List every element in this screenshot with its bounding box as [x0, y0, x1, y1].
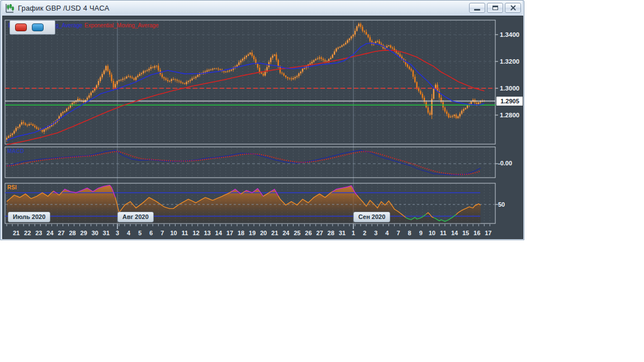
- ema-lines: [7, 43, 484, 145]
- titlebar[interactable]: График GBP /USD 4 ЧАСА: [2, 1, 522, 16]
- rsi-value: 50: [498, 201, 505, 208]
- current-price-box: 1.2905: [496, 97, 523, 106]
- svg-text:31: 31: [339, 230, 345, 236]
- svg-text:17: 17: [226, 230, 233, 236]
- svg-text:5: 5: [138, 230, 141, 236]
- chart-canvas[interactable]: 1.34001.32001.30001.28002122232427282930…: [3, 16, 523, 239]
- svg-text:1.3400: 1.3400: [500, 31, 519, 38]
- month-marker: Авг 2020: [117, 212, 154, 222]
- svg-text:21: 21: [271, 230, 278, 236]
- macd-panel: [6, 150, 495, 175]
- svg-text:15: 15: [462, 230, 469, 236]
- minimize-icon: [474, 9, 480, 11]
- svg-text:8: 8: [408, 230, 411, 236]
- macd-panel-label: MACD: [7, 148, 24, 154]
- svg-text:20: 20: [260, 230, 267, 236]
- macd-signal-line: [7, 151, 481, 174]
- chart-content: 1.34001.32001.30001.28002122232427282930…: [2, 16, 523, 239]
- svg-text:22: 22: [24, 230, 31, 236]
- svg-text:27: 27: [316, 230, 323, 236]
- svg-text:23: 23: [35, 230, 42, 236]
- svg-text:17: 17: [485, 230, 491, 236]
- maximize-icon: [493, 6, 498, 10]
- svg-text:19: 19: [249, 230, 255, 236]
- svg-text:25: 25: [293, 230, 300, 236]
- red-indicator-button[interactable]: [15, 23, 27, 31]
- macd-value: -0.00: [498, 160, 512, 166]
- svg-text:16: 16: [473, 230, 480, 236]
- svg-text:11: 11: [440, 230, 447, 236]
- ema-slow-line: [7, 50, 484, 145]
- svg-text:1.3200: 1.3200: [500, 58, 519, 65]
- svg-text:7: 7: [160, 230, 164, 236]
- chart-window: График GBP /USD 4 ЧАСА 1.34001.32001.300…: [0, 0, 524, 240]
- svg-text:10: 10: [429, 230, 435, 236]
- svg-text:3: 3: [374, 230, 377, 236]
- svg-text:29: 29: [80, 230, 87, 236]
- svg-text:4: 4: [127, 230, 131, 236]
- svg-text:24: 24: [282, 230, 290, 236]
- macd-line: [7, 150, 481, 175]
- maximize-button[interactable]: [487, 3, 503, 13]
- price-axis: 1.34001.32001.30001.2800: [495, 31, 519, 204]
- minimize-button[interactable]: [469, 3, 485, 13]
- svg-text:31: 31: [103, 230, 110, 236]
- svg-text:9: 9: [419, 230, 423, 236]
- svg-text:11: 11: [182, 230, 188, 236]
- svg-text:10: 10: [170, 230, 177, 236]
- svg-text:13: 13: [204, 230, 211, 236]
- candlestick-chart-icon: [4, 3, 15, 13]
- close-icon: [510, 5, 517, 11]
- svg-text:7: 7: [396, 230, 400, 236]
- price-levels: [5, 88, 495, 105]
- time-axis: 2122232427282930313456710111213141718192…: [7, 224, 491, 236]
- svg-text:14: 14: [451, 230, 458, 236]
- rsi-panel: [5, 185, 495, 223]
- svg-text:14: 14: [215, 230, 222, 236]
- svg-text:27: 27: [58, 230, 64, 236]
- month-marker: Сен 2020: [353, 212, 390, 222]
- svg-text:1.2800: 1.2800: [500, 112, 519, 118]
- svg-text:28: 28: [328, 230, 334, 236]
- blue-indicator-button[interactable]: [32, 23, 44, 31]
- close-button[interactable]: [505, 3, 521, 13]
- window-controls: [469, 3, 521, 13]
- indicator-toolbar: [10, 20, 55, 35]
- svg-text:28: 28: [69, 230, 75, 236]
- svg-text:1: 1: [352, 230, 355, 236]
- svg-text:21: 21: [13, 230, 20, 236]
- svg-text:1.3000: 1.3000: [500, 85, 519, 92]
- ema-fast-line: [7, 43, 484, 140]
- svg-text:18: 18: [238, 230, 244, 236]
- month-marker: Июль 2020: [8, 212, 50, 222]
- svg-text:30: 30: [92, 230, 98, 236]
- svg-text:26: 26: [305, 230, 312, 236]
- svg-text:3: 3: [116, 230, 119, 236]
- window-title: График GBP /USD 4 ЧАСА: [18, 4, 110, 12]
- svg-text:4: 4: [385, 230, 389, 236]
- svg-text:6: 6: [149, 230, 153, 236]
- svg-text:12: 12: [193, 230, 200, 236]
- rsi-panel-label: RSI: [7, 184, 17, 190]
- svg-text:24: 24: [46, 230, 54, 236]
- legend-ema-slow-label: Exponential_Moving_Average: [84, 22, 159, 28]
- desktop: График GBP /USD 4 ЧАСА 1.34001.32001.300…: [0, 0, 644, 362]
- svg-text:2: 2: [363, 230, 366, 236]
